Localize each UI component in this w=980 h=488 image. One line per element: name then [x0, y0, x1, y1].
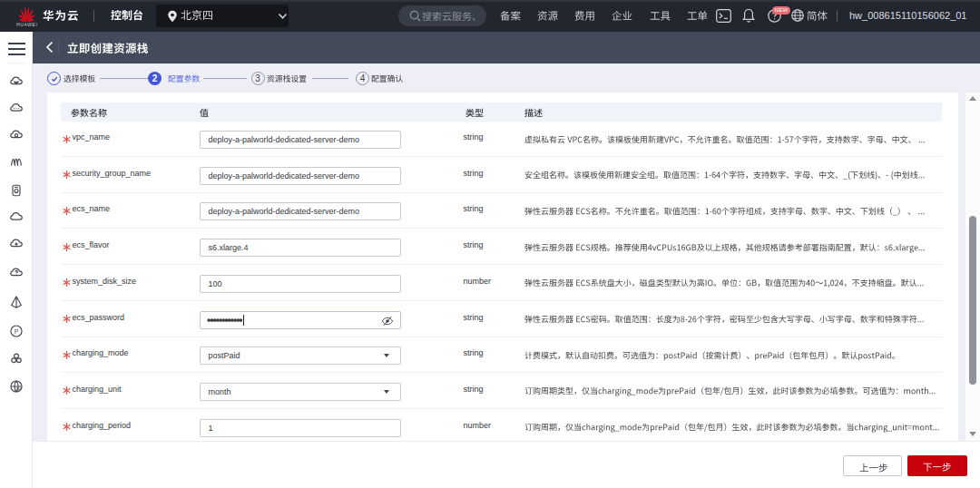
svg-text:P: P	[15, 328, 19, 336]
